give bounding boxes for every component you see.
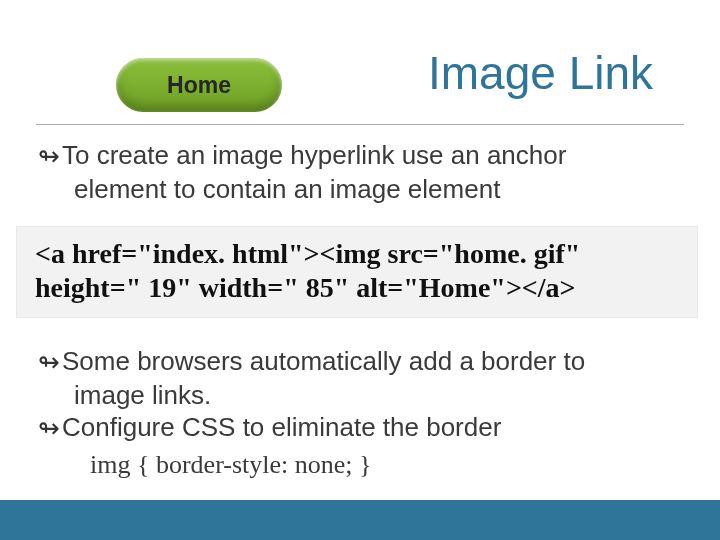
- footer-bar: [0, 500, 720, 540]
- code-block: <a href="index. html"><img src="home. gi…: [16, 226, 698, 318]
- code-line-2: height=" 19" width=" 85" alt="Home"></a>: [35, 271, 679, 305]
- home-button-image: Home: [113, 55, 285, 115]
- page-title: Image Link: [428, 46, 653, 100]
- bullet-icon: ↬: [38, 412, 60, 444]
- bullet-3: ↬ Configure CSS to eliminate the border: [38, 412, 686, 444]
- code-line-1: <a href="index. html"><img src="home. gi…: [35, 237, 679, 271]
- bullet-1-line1: To create an image hyperlink use an anch…: [62, 140, 566, 170]
- bullet-icon: ↬: [38, 346, 60, 378]
- content-lower: ↬ Some browsers automatically add a bord…: [38, 346, 686, 480]
- bullet-icon: ↬: [38, 140, 60, 172]
- bullet-2-line2: image links.: [38, 380, 686, 410]
- bullet-1-line2: element to contain an image element: [38, 174, 686, 204]
- bullet-3-line1: Configure CSS to eliminate the border: [62, 412, 501, 442]
- bullet-1: ↬ To create an image hyperlink use an an…: [38, 140, 686, 172]
- bullet-3-code: img { border-style: none; }: [38, 450, 686, 480]
- header: Home Image Link: [0, 0, 720, 125]
- bullet-2-line1: Some browsers automatically add a border…: [62, 346, 585, 376]
- slide: Home Image Link ↬ To create an image hyp…: [0, 0, 720, 540]
- bullet-2: ↬ Some browsers automatically add a bord…: [38, 346, 686, 378]
- divider: [36, 124, 684, 125]
- home-label: Home: [167, 72, 231, 99]
- content: ↬ To create an image hyperlink use an an…: [38, 140, 686, 480]
